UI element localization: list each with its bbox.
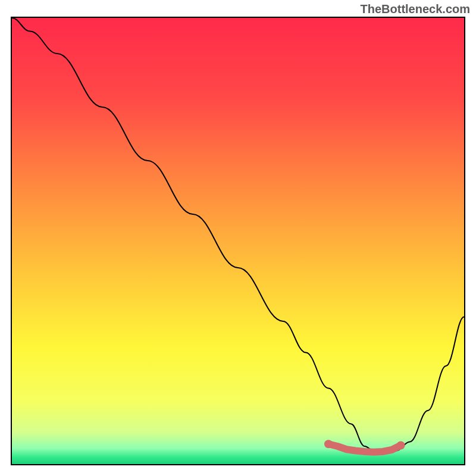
optimal-range-band [328, 444, 401, 452]
optimal-range-endpoint [324, 440, 333, 448]
bottleneck-curve [12, 18, 464, 453]
plot-area [11, 17, 465, 465]
optimal-range-endpoint [397, 441, 405, 450]
curve-layer [12, 18, 464, 464]
bottleneck-chart: TheBottleneck.com [0, 0, 476, 476]
watermark-text: TheBottleneck.com [361, 2, 470, 16]
